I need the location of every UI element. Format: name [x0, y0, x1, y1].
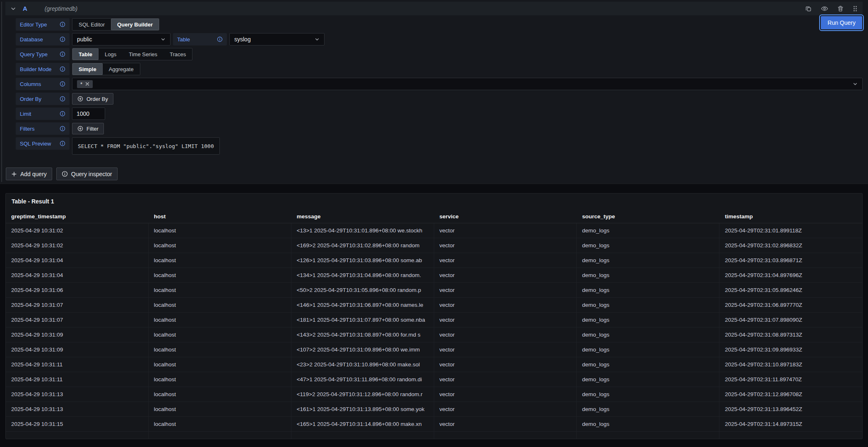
table-cell: demo_logs	[577, 283, 719, 297]
column-header-host[interactable]: host	[149, 210, 291, 223]
field-row-editor-type: Editor Type SQL Editor Query Builder	[16, 18, 863, 31]
chevron-down-icon	[853, 81, 858, 86]
table-cell: <23>2 2025-04-29T10:31:10.896+08:00 make…	[291, 357, 434, 372]
column-header-timestamp[interactable]: timestamp	[719, 210, 862, 223]
column-header-greptime-timestamp[interactable]: greptime_timestamp	[6, 210, 149, 223]
limit-label-cell: Limit	[16, 108, 70, 120]
info-icon[interactable]	[60, 126, 65, 131]
collapse-chevron-icon[interactable]	[10, 6, 16, 12]
info-icon[interactable]	[60, 81, 65, 87]
results-table: greptime_timestamp host message service …	[6, 210, 862, 439]
table-row: 2025-04-29 10:31:11localhost<47>1 2025-0…	[6, 372, 862, 387]
chevron-down-icon	[161, 37, 166, 42]
eye-icon[interactable]	[821, 5, 828, 12]
limit-input[interactable]: 1000	[72, 108, 105, 120]
builder-mode-radio-group: Simple Aggregate	[72, 63, 140, 75]
filters-label-cell: Filters	[16, 122, 70, 135]
table-cell: demo_logs	[577, 417, 719, 431]
chip-remove-icon[interactable]	[85, 82, 89, 86]
info-icon[interactable]	[60, 111, 65, 117]
trash-icon[interactable]	[837, 5, 844, 12]
table-cell: 2025-04-29T02:31:06.897770Z	[719, 298, 862, 312]
table-row: 2025-04-29 10:31:02localhost<13>1 2025-0…	[6, 223, 862, 238]
duplicate-icon[interactable]	[805, 5, 812, 12]
order-by-label-cell: Order By	[16, 93, 70, 105]
info-icon[interactable]	[60, 36, 65, 42]
table-cell: vector	[434, 342, 577, 357]
table-cell: localhost	[149, 253, 291, 268]
columns-multiselect[interactable]: *	[72, 78, 863, 90]
table-cell: demo_logs	[577, 253, 719, 268]
table-cell: 2025-04-29 10:31:13	[6, 387, 149, 402]
table-cell	[577, 432, 719, 439]
table-cell: localhost	[149, 402, 291, 416]
table-cell: <161>1 2025-04-29T10:31:13.895+08:00 som…	[291, 402, 434, 416]
query-type-label-cell: Query Type	[16, 48, 70, 60]
info-icon[interactable]	[60, 51, 65, 57]
add-query-button[interactable]: Add query	[6, 167, 52, 180]
field-row-order-by: Order By Order By	[16, 93, 863, 105]
info-icon[interactable]	[217, 36, 223, 42]
field-row-builder-mode: Builder Mode Simple Aggregate	[16, 63, 863, 75]
query-inspector-button[interactable]: Query inspector	[56, 167, 118, 180]
table-cell: localhost	[149, 313, 291, 327]
query-editor-section: A (greptimedb) Run Query Editor Type SQL…	[0, 0, 868, 184]
add-order-by-button[interactable]: Order By	[72, 93, 113, 105]
table-cell: 2025-04-29T02:31:08.897313Z	[719, 327, 862, 342]
info-icon[interactable]	[60, 141, 65, 146]
builder-mode-option-aggregate[interactable]: Aggregate	[103, 63, 140, 75]
drag-handle-icon[interactable]	[853, 5, 858, 12]
sql-preview-label-cell: SQL Preview	[16, 137, 70, 150]
query-type-option-time-series[interactable]: Time Series	[123, 48, 164, 60]
query-type-option-logs[interactable]: Logs	[99, 48, 123, 60]
query-ref-id[interactable]: A	[23, 5, 27, 12]
table-select-value: syslog	[234, 36, 251, 43]
database-select[interactable]: public	[72, 33, 171, 45]
table-cell: 2025-04-29 10:31:13	[6, 402, 149, 416]
table-cell: 2025-04-29 10:31:15	[6, 417, 149, 431]
add-filter-button[interactable]: Filter	[72, 123, 104, 134]
query-type-radio-group: Table Logs Time Series Traces	[72, 48, 192, 60]
info-icon[interactable]	[60, 96, 65, 102]
query-header-actions	[805, 5, 858, 12]
editor-type-label: Editor Type	[20, 22, 47, 28]
builder-mode-option-simple[interactable]: Simple	[72, 63, 103, 75]
field-row-query-type: Query Type Table Logs Time Series Traces	[16, 48, 863, 60]
table-body: 2025-04-29 10:31:02localhost<13>1 2025-0…	[6, 223, 862, 439]
table-row: 2025-04-29 10:31:04localhost<126>1 2025-…	[6, 253, 862, 268]
table-cell: 2025-04-29T02:31:07.898090Z	[719, 313, 862, 327]
table-cell: demo_logs	[577, 387, 719, 402]
query-row-header[interactable]: A (greptimedb)	[5, 2, 863, 15]
table-cell: vector	[434, 238, 577, 253]
query-type-option-table[interactable]: Table	[72, 48, 99, 60]
table-cell: localhost	[149, 417, 291, 431]
table-select[interactable]: syslog	[229, 33, 325, 45]
table-cell: <146>1 2025-04-29T10:31:06.897+08:00 nam…	[291, 298, 434, 312]
info-icon[interactable]	[60, 66, 65, 72]
database-label-cell: Database	[16, 33, 70, 45]
table-cell: <126>1 2025-04-29T10:31:03.896+08:00 som…	[291, 253, 434, 268]
field-row-sql-preview: SQL Preview SELECT * FROM "public"."sysl…	[16, 137, 863, 155]
builder-mode-label: Builder Mode	[20, 66, 52, 72]
table-cell: localhost	[149, 372, 291, 387]
sql-preview-label: SQL Preview	[20, 141, 51, 147]
table-row: 2025-04-29 10:31:09localhost<107>2 2025-…	[6, 342, 862, 357]
table-cell: demo_logs	[577, 223, 719, 238]
column-header-source-type[interactable]: source_type	[577, 210, 719, 223]
table-cell: demo_logs	[577, 298, 719, 312]
column-header-message[interactable]: message	[291, 210, 434, 223]
database-select-value: public	[77, 36, 92, 43]
query-type-option-traces[interactable]: Traces	[164, 48, 192, 60]
table-cell: <165>1 2025-04-29T10:31:14.896+08:00 mak…	[291, 417, 434, 431]
limit-label: Limit	[20, 111, 31, 117]
query-builder-form: Editor Type SQL Editor Query Builder Dat…	[16, 18, 863, 155]
table-cell: 2025-04-29 10:31:11	[6, 357, 149, 372]
field-row-database-table: Database public Table syslog	[16, 33, 863, 45]
editor-type-label-cell: Editor Type	[16, 18, 70, 31]
editor-type-option-sql-editor[interactable]: SQL Editor	[72, 19, 111, 30]
grafana-query-editor-page: A (greptimedb) Run Query Editor Type SQL…	[0, 0, 868, 447]
info-icon[interactable]	[60, 22, 65, 27]
column-header-service[interactable]: service	[434, 210, 577, 223]
table-cell: localhost	[149, 298, 291, 312]
editor-type-option-query-builder[interactable]: Query Builder	[111, 19, 159, 30]
